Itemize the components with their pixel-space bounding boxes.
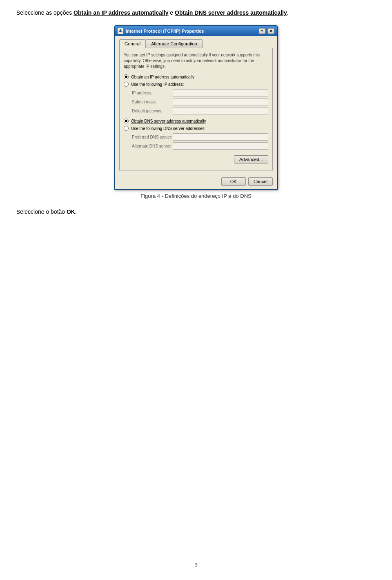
default-gateway-label: Default gateway: xyxy=(132,109,173,113)
preferred-dns-row: Preferred DNS server: xyxy=(132,133,268,141)
intro-bold2: Obtain DNS server address automatically xyxy=(175,9,287,16)
help-button[interactable]: ? xyxy=(259,28,265,34)
tab-general[interactable]: General xyxy=(119,39,146,48)
close-button[interactable]: ✕ xyxy=(268,28,274,34)
advanced-button[interactable]: Advanced... xyxy=(234,155,268,163)
dialog-content: General Alternate Configuration You can … xyxy=(115,36,277,174)
ip-address-row: IP address: xyxy=(132,89,268,96)
tcp-ip-dialog: 🖧 Internet Protocol (TCP/IP) Properties … xyxy=(114,25,278,190)
intro-bold1: Obtain an IP address automatically xyxy=(74,9,168,16)
alternate-dns-label: Alternate DNS server: xyxy=(132,144,173,148)
dialog-title: 🖧 Internet Protocol (TCP/IP) Properties xyxy=(118,28,204,34)
info-text: You can get IP settings assigned automat… xyxy=(124,52,268,69)
radio-dns-manual[interactable] xyxy=(124,126,129,131)
dialog-title-text: Internet Protocol (TCP/IP) Properties xyxy=(126,29,204,34)
radio-ip-auto[interactable] xyxy=(124,74,129,79)
bottom-bold: OK xyxy=(67,208,75,215)
radio-ip-auto-label: Obtain an IP address automatically xyxy=(131,75,194,79)
preferred-dns-input xyxy=(173,133,268,141)
ip-address-input xyxy=(173,89,268,96)
bottom-text-before: Seleccione o botão xyxy=(16,208,67,215)
dialog-title-icon: 🖧 xyxy=(118,28,123,34)
preferred-dns-label: Preferred DNS server: xyxy=(132,135,173,139)
page-number: 3 xyxy=(194,562,197,568)
subnet-mask-input xyxy=(173,98,268,105)
ip-address-label: IP address: xyxy=(132,91,173,95)
dns-fields-group: Preferred DNS server: Alternate DNS serv… xyxy=(132,133,268,150)
tab-bar: General Alternate Configuration xyxy=(119,39,273,48)
intro-text-after: . xyxy=(287,9,289,16)
radio-dns-auto[interactable] xyxy=(124,119,129,123)
subnet-mask-row: Subnet mask: xyxy=(132,98,268,105)
radio-ip-manual-row: Use the following IP address: xyxy=(124,82,268,87)
bottom-instruction: Seleccione o botão OK. xyxy=(16,207,376,216)
intro-text-mid: e xyxy=(168,9,175,16)
dialog-titlebar: 🖧 Internet Protocol (TCP/IP) Properties … xyxy=(115,26,277,36)
subnet-mask-label: Subnet mask: xyxy=(132,100,173,104)
radio-ip-manual[interactable] xyxy=(124,82,129,87)
ok-button[interactable]: OK xyxy=(221,177,246,186)
radio-dns-manual-label: Use the following DNS server addresses: xyxy=(131,126,205,131)
intro-paragraph: Seleccione as opções Obtain an IP addres… xyxy=(16,8,376,17)
figure-container: 🖧 Internet Protocol (TCP/IP) Properties … xyxy=(16,25,376,199)
dialog-footer: OK Cancel xyxy=(115,174,277,189)
ip-section: Obtain an IP address automatically Use t… xyxy=(124,74,268,114)
intro-text-before: Seleccione as opções xyxy=(16,9,74,16)
radio-dns-auto-label: Obtain DNS server address automatically xyxy=(131,119,206,123)
tab-alternate-config[interactable]: Alternate Configuration xyxy=(146,39,203,48)
tab-content-general: You can get IP settings assigned automat… xyxy=(119,48,273,170)
default-gateway-row: Default gateway: xyxy=(132,107,268,114)
figure-caption: Figura 4 - Definições do endereço IP e d… xyxy=(140,193,251,199)
alternate-dns-input xyxy=(173,142,268,150)
advanced-row: Advanced... xyxy=(124,154,268,166)
dialog-titlebar-controls: ? ✕ xyxy=(259,28,274,34)
cancel-button[interactable]: Cancel xyxy=(248,177,273,186)
alternate-dns-row: Alternate DNS server: xyxy=(132,142,268,150)
radio-ip-manual-label: Use the following IP address: xyxy=(131,82,184,87)
bottom-text-after: . xyxy=(75,208,77,215)
ip-fields-group: IP address: Subnet mask: Default gateway… xyxy=(132,89,268,114)
default-gateway-input xyxy=(173,107,268,114)
dns-section: Obtain DNS server address automatically … xyxy=(124,119,268,150)
radio-dns-manual-row: Use the following DNS server addresses: xyxy=(124,126,268,131)
radio-dns-auto-row: Obtain DNS server address automatically xyxy=(124,119,268,123)
radio-ip-auto-row: Obtain an IP address automatically xyxy=(124,74,268,79)
